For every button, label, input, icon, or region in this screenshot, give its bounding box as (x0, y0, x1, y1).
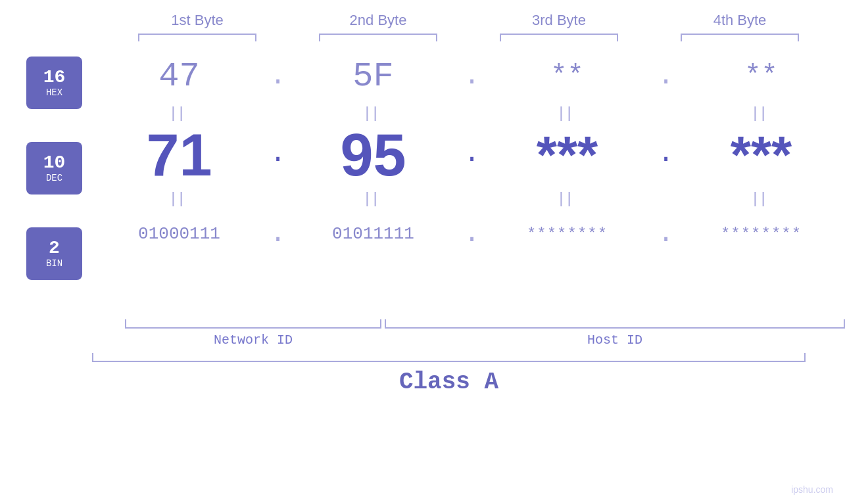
host-id-section: Host ID (385, 319, 845, 348)
host-id-bracket (385, 319, 845, 329)
hex-dot-2: . (464, 60, 477, 92)
bracket-3 (469, 32, 650, 43)
bin-dot-3: . (658, 218, 671, 250)
bottom-labels: Network ID Host ID (0, 319, 845, 348)
sep-2-4: || (671, 189, 845, 207)
hex-row: 47 . 5F . ** . ** (89, 50, 845, 103)
byte-headers: 1st Byte 2nd Byte 3rd Byte 4th Byte (0, 12, 845, 29)
bin-cell-1: 01000111 (89, 224, 270, 244)
bin-cell-4: ******** (671, 225, 845, 243)
dec-dot-3: . (658, 138, 671, 172)
dec-dot-2: . (464, 138, 477, 172)
byte-header-4: 4th Byte (650, 12, 831, 29)
top-brackets (0, 32, 845, 43)
dec-cell-3: *** (477, 129, 658, 181)
byte-header-2: 2nd Byte (288, 12, 469, 29)
network-id-bracket (125, 319, 381, 329)
dec-dot-1: . (270, 138, 283, 172)
dec-cell-2: 95 (283, 122, 464, 189)
bracket-1 (107, 32, 288, 43)
class-a-section: Class A (0, 353, 845, 396)
sep-2-2: || (283, 189, 464, 207)
byte-header-3: 3rd Byte (469, 12, 650, 29)
hex-dot-3: . (658, 60, 671, 92)
hex-dot-1: . (270, 60, 283, 92)
bin-cell-3: ******** (477, 225, 658, 243)
sep-row-2: || || || || (89, 188, 845, 208)
content-area: 16 HEX 10 DEC 2 BIN 47 . 5F (0, 50, 845, 313)
hex-cell-1: 47 (89, 57, 270, 96)
bracket-4 (650, 32, 831, 43)
hex-badge: 16 HEX (26, 57, 82, 109)
bin-row: 01000111 . 01011111 . ******** . *******… (89, 208, 845, 260)
watermark: ipshu.com (791, 484, 833, 495)
dec-cell-1: 71 (89, 122, 270, 189)
bracket-2 (288, 32, 469, 43)
network-id-label: Network ID (125, 332, 381, 348)
network-id-section: Network ID (92, 319, 385, 348)
sep-row-1: || || || || (89, 103, 845, 122)
values-grid: 47 . 5F . ** . ** || || (89, 50, 845, 313)
bin-cell-2: 01011111 (283, 224, 464, 244)
dec-cell-4: *** (671, 129, 845, 181)
hex-cell-4: ** (671, 60, 845, 92)
hex-cell-3: ** (477, 60, 658, 92)
bin-dot-1: . (270, 218, 283, 250)
sep-2-1: || (89, 189, 270, 207)
sep-1-2: || (283, 103, 464, 122)
class-a-label: Class A (92, 369, 806, 396)
host-id-label: Host ID (385, 332, 845, 348)
dec-badge: 10 DEC (26, 142, 82, 195)
hex-cell-2: 5F (283, 57, 464, 96)
sep-2-3: || (477, 189, 658, 207)
dec-row: 71 . 95 . *** . *** (89, 122, 845, 188)
sep-1-3: || (477, 103, 658, 122)
main-container: 1st Byte 2nd Byte 3rd Byte 4th Byte 16 H… (0, 0, 845, 504)
base-labels: 16 HEX 10 DEC 2 BIN (26, 50, 82, 313)
sep-1-4: || (671, 103, 845, 122)
bin-badge: 2 BIN (26, 227, 82, 280)
sep-1-1: || (89, 103, 270, 122)
bin-dot-2: . (464, 218, 477, 250)
byte-header-1: 1st Byte (107, 12, 288, 29)
class-a-bracket (92, 353, 806, 362)
